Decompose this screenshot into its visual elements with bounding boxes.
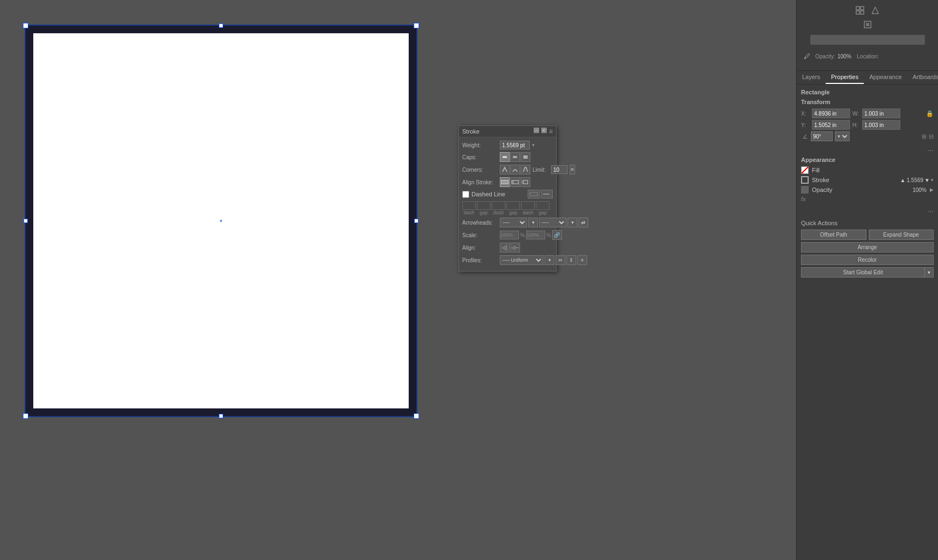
weight-input[interactable]	[500, 141, 530, 149]
scale-link-btn[interactable]: 🔗	[552, 230, 562, 240]
handle-middle-left[interactable]	[23, 219, 28, 223]
tab-artboards[interactable]: Artboards	[907, 71, 939, 84]
dialog-menu-btn[interactable]: ≡	[549, 128, 553, 135]
appearance-more-dots[interactable]: ···	[801, 207, 934, 215]
stroke-up-arrow[interactable]: ▲	[900, 177, 906, 183]
limit-input[interactable]	[551, 165, 567, 174]
gap1-input[interactable]	[477, 201, 491, 210]
profile-flip-v[interactable]: ⇕	[566, 255, 576, 265]
corner-miter-btn[interactable]	[500, 165, 510, 174]
y-input[interactable]	[812, 120, 850, 130]
offset-path-button[interactable]: Offset Path	[801, 230, 867, 240]
transform-angle-row: ∠ ▾ ⊞ ⊟	[801, 131, 934, 141]
tab-layers[interactable]: Layers	[797, 71, 826, 84]
angle-input[interactable]	[811, 131, 833, 141]
corners-buttons	[500, 165, 530, 174]
handle-top-right[interactable]	[414, 23, 419, 28]
dash1-input[interactable]	[462, 201, 476, 210]
dash3-input[interactable]	[521, 201, 535, 210]
panel-icon-transform[interactable]	[862, 19, 874, 31]
handle-top-center[interactable]	[219, 23, 223, 28]
align-outside-btn[interactable]	[521, 177, 530, 187]
tab-properties[interactable]: Properties	[826, 71, 864, 84]
flip-h-icon[interactable]: ⊟	[929, 133, 934, 140]
corner-bevel-btn[interactable]	[521, 165, 530, 174]
svg-rect-5	[503, 182, 507, 183]
stroke-swatch[interactable]	[801, 176, 809, 184]
profiles-row: Profiles: ── Uniform ▾ ⇔ ⇕ ≡	[462, 255, 553, 265]
dash2-input[interactable]	[492, 201, 505, 210]
opacity-chevron[interactable]: ▶	[930, 187, 934, 192]
pencil-icon[interactable]	[801, 50, 813, 62]
artboard-inner	[33, 33, 409, 408]
start-global-edit-button[interactable]: Start Global Edit	[801, 267, 925, 278]
profile-flip-h[interactable]: ⇔	[555, 255, 565, 265]
tab-appearance[interactable]: Appearance	[864, 71, 907, 84]
arrowhead-end-dropdown[interactable]: ▾	[567, 218, 577, 227]
stroke-chevron[interactable]: ▾	[931, 177, 934, 183]
align-tip-btn[interactable]: ◁│	[500, 243, 510, 252]
recolor-button[interactable]: Recolor	[801, 255, 934, 265]
fill-swatch[interactable]	[801, 166, 809, 174]
arrowhead-end-select[interactable]: ──	[539, 218, 566, 227]
y-label: Y:	[801, 122, 810, 128]
x-input[interactable]	[812, 109, 850, 118]
dashed-checkbox[interactable]	[462, 191, 469, 198]
h-label: H:	[852, 122, 860, 128]
weight-label: Weight:	[462, 142, 498, 148]
search-bar[interactable]	[810, 35, 925, 45]
align-end-btn[interactable]: ◁─	[510, 243, 520, 252]
transform-more-dots[interactable]: ···	[801, 146, 934, 154]
corner-round-btn[interactable]	[510, 165, 520, 174]
svg-rect-18	[866, 23, 869, 26]
align-inside-btn[interactable]	[510, 177, 520, 187]
handle-top-left[interactable]	[23, 23, 28, 28]
gap2-input[interactable]	[506, 201, 520, 210]
profile-select[interactable]: ── Uniform	[500, 255, 543, 265]
action-row-1: Offset Path Expand Shape	[801, 230, 934, 240]
gap3-input[interactable]	[536, 201, 549, 210]
stroke-dialog-title: Stroke	[462, 128, 480, 135]
dialog-header: Stroke ─ ✕ ≡	[459, 126, 556, 137]
pencil-row: Opacity: 100% Location:	[799, 49, 936, 63]
handle-bottom-left[interactable]	[23, 413, 28, 419]
dialog-minimize-btn[interactable]: ─	[534, 128, 539, 133]
dialog-close-btn[interactable]: ✕	[541, 128, 547, 133]
svg-rect-14	[856, 11, 859, 14]
scale-start-input[interactable]	[500, 231, 519, 239]
cap-square-btn[interactable]	[521, 152, 530, 162]
arrowhead-start-select[interactable]: ──	[500, 218, 527, 227]
arrowhead-align-row: Align: ◁│ ◁─	[462, 243, 553, 252]
handle-bottom-right[interactable]	[414, 413, 419, 419]
panel-icon-grid[interactable]	[854, 4, 866, 16]
dash-round-btn[interactable]	[541, 190, 553, 198]
cap-butt-btn[interactable]	[500, 152, 510, 162]
w-input[interactable]	[862, 109, 900, 118]
profile-more[interactable]: ≡	[577, 255, 587, 265]
arrowhead-start-dropdown[interactable]: ▾	[528, 218, 538, 227]
handle-bottom-center[interactable]	[219, 414, 223, 418]
align-center-btn[interactable]	[500, 177, 510, 187]
stroke-down-arrow[interactable]: ▼	[924, 177, 930, 183]
lock-icon[interactable]: 🔒	[926, 110, 934, 117]
expand-shape-button[interactable]: Expand Shape	[869, 230, 934, 240]
dash-square-btn[interactable]	[528, 190, 540, 198]
svg-rect-15	[861, 11, 864, 14]
opacity-row: Opacity 100% ▶	[801, 186, 934, 194]
handle-middle-right[interactable]	[414, 219, 419, 223]
panel-icon-arrange[interactable]	[869, 4, 881, 16]
cap-round-btn[interactable]	[510, 152, 520, 162]
limit-close-btn[interactable]: ✕	[570, 165, 575, 174]
quick-actions-section: Quick Actions Offset Path Expand Shape A…	[801, 220, 934, 278]
weight-chevron[interactable]: ▾	[532, 142, 535, 148]
profile-dropdown[interactable]: ▾	[545, 255, 554, 265]
angle-dropdown[interactable]: ▾	[835, 131, 850, 141]
scale-spacer: %	[520, 232, 525, 238]
h-input[interactable]	[862, 120, 900, 130]
arrange-button[interactable]: Arrange	[801, 242, 934, 252]
scale-end-input[interactable]	[526, 231, 545, 239]
flip-icon[interactable]: ⊞	[922, 133, 927, 140]
arrowhead-swap-btn[interactable]: ⇄	[578, 218, 588, 227]
center-dot	[220, 220, 222, 222]
start-global-edit-arrow[interactable]: ▾	[925, 267, 934, 278]
